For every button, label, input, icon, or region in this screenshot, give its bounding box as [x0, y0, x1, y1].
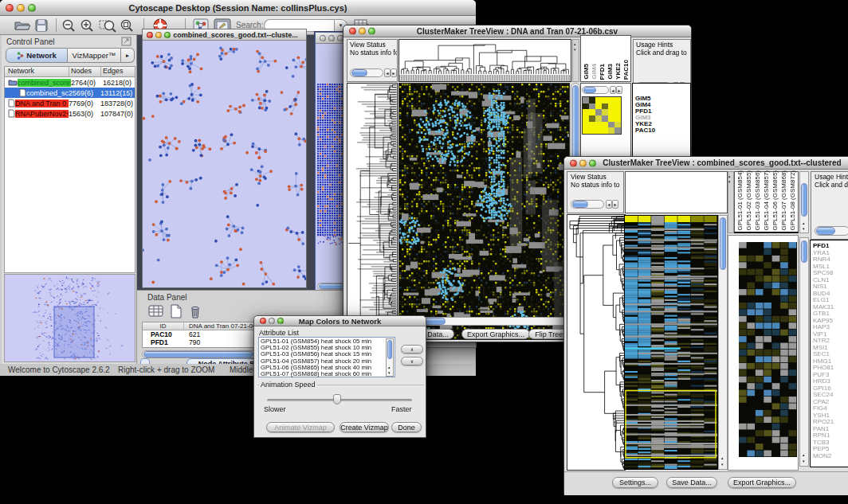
col-id[interactable]: ID: [143, 322, 184, 330]
matrix-cell[interactable]: [583, 109, 589, 115]
zoom-icon[interactable]: [589, 159, 596, 166]
close-icon[interactable]: [349, 28, 356, 35]
save-data-button[interactable]: Save Data...: [666, 477, 717, 488]
tv1-correlation-matrix[interactable]: [582, 96, 622, 135]
tv1-status-scroll-arrows[interactable]: ◂▸: [384, 68, 397, 77]
tv2-gene-label[interactable]: MON2: [813, 453, 848, 460]
zoom-out-icon[interactable]: [61, 18, 77, 33]
zoom-icon[interactable]: [277, 318, 284, 324]
tv2-col-scroll-strip[interactable]: ▴ ▾: [728, 171, 734, 233]
tv2-gene-tree-panel[interactable]: [567, 214, 626, 471]
matrix-cell[interactable]: [595, 109, 602, 115]
tv2-status-hscrollbar[interactable]: [571, 200, 604, 209]
matrix-cell[interactable]: [608, 127, 614, 134]
tv2-column-label[interactable]: GPL51-06 (GSM865): [771, 170, 779, 231]
zoom-icon[interactable]: [28, 4, 36, 12]
matrix-cell[interactable]: [614, 97, 621, 104]
matrix-cell[interactable]: [583, 127, 589, 134]
tv1-column-label[interactable]: GIM3: [607, 64, 614, 80]
matrix-cell[interactable]: [608, 104, 614, 110]
matrix-cell[interactable]: [602, 122, 608, 128]
tv1-column-labels-panel[interactable]: GIM5GIM4PFD1GIM3YKE2PAC10: [580, 35, 631, 82]
tv2-array-tree-panel[interactable]: [625, 171, 728, 213]
network-tree-row[interactable]: combined_sco 2569(6) 13112(15): [5, 88, 135, 98]
matrix-cell[interactable]: [608, 115, 614, 122]
close-icon[interactable]: [260, 318, 266, 324]
attribute-list-item[interactable]: GPL51-07 (GSM868) heat shock 60 min: [261, 371, 395, 377]
tv2-summary-vscrollbar[interactable]: ▴ ▾: [799, 237, 809, 467]
tv1-array-tree-panel[interactable]: [398, 39, 571, 82]
minimize-icon[interactable]: [359, 28, 366, 35]
matrix-cell[interactable]: [595, 127, 602, 134]
network-view-window-1[interactable]: combined_scores_good.txt--cluste...: [142, 29, 307, 288]
tv2-column-label[interactable]: GPL51-07 (GSM868): [780, 170, 787, 231]
minimize-icon[interactable]: [17, 4, 25, 12]
table-icon[interactable]: [148, 304, 164, 318]
matrix-cell[interactable]: [595, 122, 602, 128]
matrix-cell[interactable]: [602, 109, 608, 115]
attribute-list-vscrollbar[interactable]: ▴ ▾: [386, 338, 394, 377]
matrix-cell[interactable]: [595, 104, 602, 110]
create-vizmap-button[interactable]: Create Vizmap: [340, 422, 389, 432]
tv1-column-label[interactable]: GIM5: [583, 64, 590, 80]
window-controls[interactable]: [320, 35, 344, 41]
matrix-cell[interactable]: [583, 115, 589, 122]
tv2-titlebar[interactable]: ClusterMaker TreeView : combined_scores_…: [564, 157, 848, 170]
settings-button[interactable]: Settings...: [612, 477, 658, 488]
export-graphics-button[interactable]: Export Graphics...: [728, 477, 796, 488]
window-controls[interactable]: [6, 4, 36, 12]
close-icon[interactable]: [570, 159, 577, 166]
tv2-column-label[interactable]: GPL51-01 (GSM854): [736, 170, 744, 231]
matrix-cell[interactable]: [602, 97, 608, 104]
float-panel-icon[interactable]: [121, 37, 132, 46]
tv1-column-label[interactable]: PFD1: [599, 64, 606, 80]
new-document-icon[interactable]: [169, 304, 183, 318]
tab-vizmapper[interactable]: VizMapper™: [68, 48, 121, 63]
tv2-heatmap-panel[interactable]: [624, 215, 718, 470]
matrix-cell[interactable]: [602, 127, 608, 134]
matrix-cell[interactable]: [595, 115, 602, 122]
trash-icon[interactable]: [188, 304, 202, 318]
matrix-cell[interactable]: [589, 104, 595, 110]
matrix-cell[interactable]: [614, 122, 621, 128]
window-controls[interactable]: [260, 318, 284, 324]
slider-thumb[interactable]: [333, 394, 341, 404]
tab-network[interactable]: Network: [6, 48, 68, 63]
matrix-cell[interactable]: [583, 104, 589, 110]
tv1-matrix-scroll-arrows[interactable]: ◂▸: [610, 86, 622, 94]
tv2-gene-labels-panel[interactable]: PFD1YRA1RNR4MSL1SPC98CLN1NIS1BUD4ELG1MAK…: [810, 240, 848, 467]
matrix-cell[interactable]: [614, 109, 621, 115]
close-icon[interactable]: [6, 4, 14, 12]
network-tree-row[interactable]: combined_scores 2764(0) 16218(0): [5, 77, 135, 88]
move-up-button[interactable]: ∧: [401, 345, 423, 354]
attribute-list[interactable]: GPL51-01 (GSM854) heat shock 05 minGPL51…: [258, 337, 395, 377]
network-view-1-canvas[interactable]: [143, 41, 306, 287]
tv2-status-scroll-arrows[interactable]: ◂▸: [606, 200, 618, 209]
tv1-col-scroll-strip[interactable]: ▴ ▾: [572, 39, 579, 82]
animate-vizmap-button[interactable]: Animate Vizmap: [266, 422, 335, 432]
matrix-cell[interactable]: [614, 104, 621, 110]
tv2-column-labels-panel[interactable]: GPL51-01 (GSM854)GPL51-02 (GSM855)GPL51-…: [734, 171, 799, 233]
zoom-icon[interactable]: [368, 28, 375, 35]
tv1-column-label[interactable]: YKE2: [614, 63, 622, 80]
tv2-column-label[interactable]: GPL51-04 (GSM857): [763, 170, 770, 231]
network-tree-row[interactable]: DNA and Tran 0 7769(0) 183728(0): [5, 98, 135, 108]
network-overview-panel[interactable]: [4, 274, 135, 362]
matrix-cell[interactable]: [583, 122, 589, 128]
network-list-header[interactable]: Network Nodes Edges: [5, 67, 135, 77]
matrix-cell[interactable]: [602, 104, 608, 110]
main-titlebar[interactable]: Cytoscape Desktop (Session Name: collins…: [0, 0, 476, 16]
minimize-icon[interactable]: [155, 32, 162, 38]
minimize-icon[interactable]: [579, 159, 587, 166]
tv1-matrix-hscrollbar[interactable]: [582, 86, 609, 94]
tv1-gene-label[interactable]: PAC10: [635, 127, 690, 134]
tv1-column-label[interactable]: PAC10: [622, 60, 630, 80]
close-icon[interactable]: [320, 35, 326, 41]
matrix-cell[interactable]: [614, 115, 621, 122]
tv1-column-label[interactable]: GIM4: [591, 64, 598, 80]
matrix-cell[interactable]: [589, 109, 595, 115]
open-file-icon[interactable]: [13, 18, 32, 33]
network-overview-canvas[interactable]: [5, 275, 135, 361]
zoom-fit-icon[interactable]: [120, 18, 135, 33]
tv2-labels-vscrollbar[interactable]: ▴ ▾: [799, 171, 809, 233]
